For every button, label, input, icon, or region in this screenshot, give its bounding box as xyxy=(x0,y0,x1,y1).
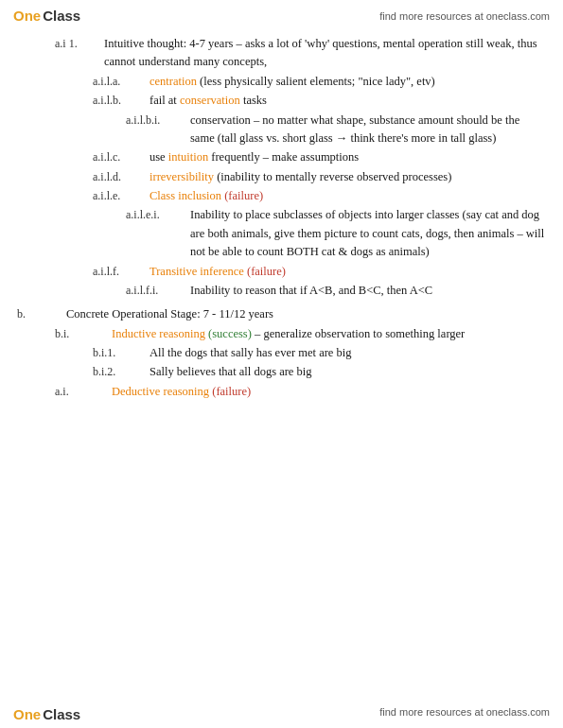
ai-keyword: Deductive reasoning xyxy=(112,385,209,398)
entry-aila: a.i.l.a. centration (less physically sal… xyxy=(93,73,546,91)
logo-one: One xyxy=(13,8,41,24)
label-ailf: a.i.l.f. xyxy=(93,263,150,281)
label-ai: a.i. xyxy=(55,383,112,401)
entry-bi: b.i. Inductive reasoning (success) – gen… xyxy=(55,325,546,343)
ailf-keyword: Transitive inference xyxy=(150,265,244,278)
logo-class: Class xyxy=(43,8,80,24)
label-aild: a.i.l.d. xyxy=(93,168,150,186)
logo: One Class xyxy=(13,8,80,24)
aile-keyword: Class inclusion xyxy=(150,189,221,202)
ai-failure: (failure) xyxy=(209,385,251,398)
text-ailb: fail at conservation tasks xyxy=(150,92,546,110)
label-ailbi: a.i.l.b.i. xyxy=(126,112,190,130)
text-ailc: use intuition frequently – make assumpti… xyxy=(150,148,546,166)
ailc-post: frequently – make assumptions xyxy=(208,150,359,164)
ailc-pre: use xyxy=(150,150,168,164)
text-bi1: All the dogs that sally has ever met are… xyxy=(150,344,546,362)
text-ailbi: conservation – no matter what shape, sub… xyxy=(190,112,546,148)
main-content: a.i 1. Intuitive thought: 4-7 years – as… xyxy=(0,27,563,409)
label-ailc: a.i.l.c. xyxy=(93,148,150,166)
label-aile: a.i.l.e. xyxy=(93,187,150,205)
entry-ailf: a.i.l.f. Transitive inference (failure) xyxy=(93,263,546,281)
text-aila: centration (less physically salient elem… xyxy=(150,73,546,91)
entry-bi1: b.i.1. All the dogs that sally has ever … xyxy=(93,344,546,362)
footer: One Class find more resources at oneclas… xyxy=(0,701,563,728)
text-b: Concrete Operational Stage: 7 - 11/12 ye… xyxy=(66,305,546,323)
entry-aile: a.i.l.e. Class inclusion (failure) xyxy=(93,187,546,205)
entry-ailei: a.i.l.e.i. Inability to place subclasses… xyxy=(126,206,546,261)
aild-keyword: irreversibility xyxy=(150,170,214,183)
header: One Class find more resources at oneclas… xyxy=(0,0,563,27)
footer-link: find more resources at oneclass.com xyxy=(379,706,550,722)
text-aile: Class inclusion (failure) xyxy=(150,187,546,205)
label-bi2: b.i.2. xyxy=(93,363,150,381)
entry-bi2: b.i.2. Sally believes that all dogs are … xyxy=(93,363,546,381)
bi-rest: – generalize observation to something la… xyxy=(252,327,465,340)
aile-failure: (failure) xyxy=(221,189,263,202)
text-ai: Deductive reasoning (failure) xyxy=(112,383,546,401)
ailb-post: tasks xyxy=(240,94,267,107)
entry-aild: a.i.l.d. irreversibility (inability to m… xyxy=(93,168,546,186)
aild-rest: (inability to mentally reverse observed … xyxy=(214,170,451,183)
footer-logo-class: Class xyxy=(43,706,80,722)
footer-logo-one: One xyxy=(13,706,41,722)
label-bi: b.i. xyxy=(55,325,112,343)
header-link: find more resources at oneclass.com xyxy=(379,10,550,22)
text-bi: Inductive reasoning (success) – generali… xyxy=(112,325,546,343)
entry-ailbi: a.i.l.b.i. conservation – no matter what… xyxy=(126,112,546,148)
text-aild: irreversibility (inability to mentally r… xyxy=(150,168,546,186)
entry-ailb: a.i.l.b. fail at conservation tasks xyxy=(93,92,546,110)
label-ailei: a.i.l.e.i. xyxy=(126,206,190,224)
label-bi1: b.i.1. xyxy=(93,344,150,362)
entry-ai1: a.i 1. Intuitive thought: 4-7 years – as… xyxy=(55,35,546,72)
ailc-keyword: intuition xyxy=(168,150,208,164)
text-bi2: Sally believes that all dogs are big xyxy=(150,363,546,381)
ailf-failure: (failure) xyxy=(244,265,286,278)
ailb-keyword: conservation xyxy=(180,94,240,107)
text-ailf: Transitive inference (failure) xyxy=(150,263,546,281)
entry-ailfi: a.i.l.f.i. Inability to reason that if A… xyxy=(126,282,546,300)
label-b: b. xyxy=(17,305,66,323)
entry-ailc: a.i.l.c. use intuition frequently – make… xyxy=(93,148,546,166)
aila-keyword: centration xyxy=(150,75,197,88)
entry-b: b. Concrete Operational Stage: 7 - 11/12… xyxy=(17,305,546,323)
label-ailb: a.i.l.b. xyxy=(93,92,150,110)
text-ai1: Intuitive thought: 4-7 years – asks a lo… xyxy=(104,35,546,72)
label-aila: a.i.l.a. xyxy=(93,73,150,91)
aila-rest: (less physically salient elements; "nice… xyxy=(197,75,435,88)
ailb-pre: fail at xyxy=(150,94,180,107)
text-ailei: Inability to place subclasses of objects… xyxy=(190,206,546,261)
bi-success: (success) xyxy=(205,327,252,340)
label-ai1: a.i 1. xyxy=(55,35,104,53)
text-ailfi: Inability to reason that if A<B, and B<C… xyxy=(190,282,546,300)
bi-keyword: Inductive reasoning xyxy=(112,327,205,340)
entry-ai: a.i. Deductive reasoning (failure) xyxy=(55,383,546,401)
label-ailfi: a.i.l.f.i. xyxy=(126,282,190,300)
footer-logo: One Class xyxy=(13,706,80,722)
